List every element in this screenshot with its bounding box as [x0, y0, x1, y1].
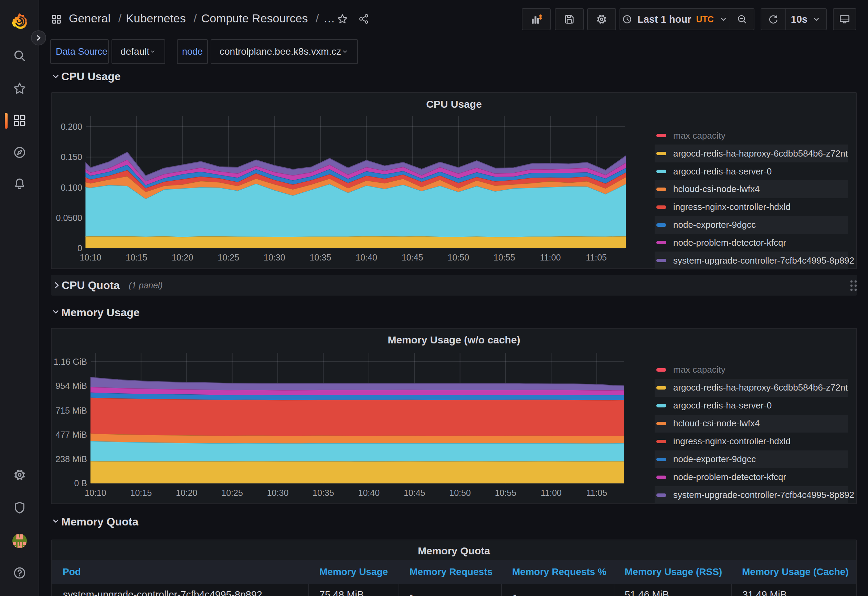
svg-text:715 MiB: 715 MiB	[55, 406, 87, 415]
svg-text:1.16 GiB: 1.16 GiB	[54, 357, 87, 366]
svg-text:10:40: 10:40	[358, 488, 380, 497]
svg-text:0.100: 0.100	[61, 183, 82, 192]
svg-text:10:20: 10:20	[176, 488, 198, 497]
svg-text:10:35: 10:35	[313, 488, 334, 497]
svg-text:10:55: 10:55	[493, 252, 515, 262]
svg-text:0.150: 0.150	[61, 152, 82, 162]
svg-text:10:50: 10:50	[449, 488, 471, 497]
svg-text:10:45: 10:45	[404, 488, 425, 497]
svg-text:10:10: 10:10	[85, 488, 106, 497]
svg-text:10:25: 10:25	[221, 488, 243, 497]
svg-text:10:55: 10:55	[495, 488, 517, 497]
svg-text:10:25: 10:25	[218, 252, 239, 262]
svg-text:11:05: 11:05	[586, 252, 607, 262]
svg-text:10:20: 10:20	[172, 252, 193, 262]
svg-text:10:35: 10:35	[310, 252, 331, 262]
svg-text:11:00: 11:00	[540, 252, 561, 262]
svg-text:10:15: 10:15	[125, 252, 147, 262]
svg-text:238 MiB: 238 MiB	[55, 454, 87, 464]
svg-text:0: 0	[77, 243, 82, 253]
svg-text:477 MiB: 477 MiB	[55, 430, 87, 440]
svg-text:10:30: 10:30	[267, 488, 289, 497]
svg-text:954 MiB: 954 MiB	[55, 381, 87, 391]
svg-text:10:15: 10:15	[130, 488, 152, 497]
svg-text:11:00: 11:00	[541, 488, 562, 497]
svg-text:0.0500: 0.0500	[56, 213, 82, 223]
svg-text:0 B: 0 B	[74, 478, 87, 488]
svg-text:10:30: 10:30	[264, 252, 285, 262]
svg-text:11:05: 11:05	[586, 488, 607, 497]
svg-text:10:50: 10:50	[448, 252, 469, 262]
svg-text:0.200: 0.200	[61, 122, 82, 131]
svg-text:10:40: 10:40	[356, 252, 377, 262]
svg-text:10:10: 10:10	[80, 252, 102, 262]
svg-text:10:45: 10:45	[402, 252, 423, 262]
